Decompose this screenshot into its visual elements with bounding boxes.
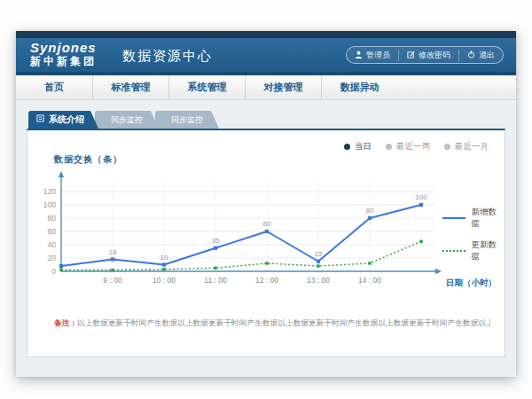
logout-button[interactable]: 退出: [458, 50, 503, 61]
svg-text:10 : 00: 10 : 00: [153, 276, 176, 285]
svg-text:60: 60: [263, 220, 271, 228]
radio-last-week[interactable]: 最近一周: [386, 141, 430, 153]
content-area: 系统介绍 同步监控 同步监控 当日 最近一周: [16, 100, 516, 377]
current-user-label: 管理员: [366, 50, 390, 61]
radio-dot: [386, 144, 392, 150]
nav-item-interface-management[interactable]: 对接管理: [245, 75, 321, 99]
legend-label: 新增数据: [472, 207, 505, 230]
svg-text:40: 40: [48, 240, 57, 249]
svg-text:14 : 00: 14 : 00: [358, 276, 381, 285]
nav-item-data-change[interactable]: 数据异动: [321, 75, 397, 99]
legend-line-swatch: [442, 250, 466, 252]
radio-dot: [444, 144, 450, 150]
radio-label: 当日: [355, 141, 372, 153]
app-window: Synjones 新中新集团 数据资源中心 管理员 修改密码 退出 首页 标准管…: [16, 31, 516, 377]
edit-icon: [407, 51, 415, 60]
nav-item-standard-management[interactable]: 标准管理: [92, 75, 168, 99]
radio-dot: [344, 144, 350, 150]
svg-text:100: 100: [415, 193, 427, 201]
radio-today[interactable]: 当日: [344, 141, 372, 153]
footnote-text: 以上数据更新于时间产生数据以上数据更新于时间产生数据以上数据更新于时间产生数据以…: [77, 318, 490, 327]
svg-text:13 : 00: 13 : 00: [307, 276, 330, 285]
svg-text:日期（小时）: 日期（小时）: [446, 278, 497, 288]
y-axis-title: 数据交换（条）: [54, 153, 122, 166]
change-password-label: 修改密码: [419, 50, 450, 61]
user-toolbar: 管理员 修改密码 退出: [346, 46, 504, 64]
svg-text:12 : 00: 12 : 00: [255, 276, 278, 285]
radio-last-month[interactable]: 最近一月: [444, 141, 489, 153]
svg-text:100: 100: [43, 200, 56, 209]
person-icon: [355, 51, 363, 60]
change-password-button[interactable]: 修改密码: [398, 50, 458, 61]
line-chart: 0204060801001209 : 0010 : 0011 : 0012 : …: [35, 169, 505, 297]
svg-text:120: 120: [43, 187, 56, 196]
tab-label: 系统介绍: [49, 111, 84, 129]
tab-label: 同步监控: [171, 115, 203, 124]
radio-label: 最近一周: [396, 141, 430, 153]
legend-label: 更新数据: [472, 239, 505, 262]
legend-item-update-data[interactable]: 更新数据: [442, 239, 505, 262]
tab-sync-monitor-1[interactable]: 同步监控: [95, 111, 159, 129]
nav-item-home[interactable]: 首页: [16, 75, 92, 99]
time-range-filter: 当日 最近一周 最近一月: [344, 141, 489, 153]
svg-text:35: 35: [212, 237, 220, 245]
power-icon: [467, 51, 475, 60]
header: Synjones 新中新集团 数据资源中心 管理员 修改密码 退出: [16, 38, 516, 72]
page-title: 数据资源中心: [122, 48, 213, 65]
radio-label: 最近一月: [455, 141, 489, 153]
nav-item-system-management[interactable]: 系统管理: [168, 75, 245, 99]
svg-text:80: 80: [366, 207, 374, 215]
svg-text:80: 80: [48, 214, 57, 223]
main-nav: 首页 标准管理 系统管理 对接管理 数据异动: [16, 75, 516, 100]
svg-text:20: 20: [48, 254, 57, 262]
footnote-prefix: 备注：: [54, 318, 77, 327]
svg-text:60: 60: [48, 227, 57, 236]
svg-text:11 : 00: 11 : 00: [204, 276, 227, 285]
tab-bar: 系统介绍 同步监控 同步监控: [28, 111, 505, 129]
chart-panel: 当日 最近一周 最近一月 数据交换（条） 0204060801001209 : …: [27, 129, 505, 357]
svg-text:9 : 00: 9 : 00: [103, 276, 122, 285]
logo-wordmark: Synjones: [30, 41, 97, 56]
svg-text:15: 15: [315, 250, 323, 258]
document-icon: [36, 111, 44, 129]
tab-label: 同步监控: [111, 115, 143, 124]
legend-line-swatch: [442, 217, 466, 219]
tab-system-intro[interactable]: 系统介绍: [28, 111, 98, 129]
footnote: 备注：以上数据更新于时间产生数据以上数据更新于时间产生数据以上数据更新于时间产生…: [54, 318, 490, 329]
logo-company-name: 新中新集团: [30, 56, 97, 67]
logout-label: 退出: [479, 50, 495, 61]
legend-item-new-data[interactable]: 新增数据: [442, 207, 505, 230]
current-user-button[interactable]: 管理员: [347, 50, 398, 61]
chart-legend: 新增数据 更新数据: [442, 207, 505, 262]
svg-text:0: 0: [51, 267, 56, 276]
top-strip: [16, 31, 516, 38]
svg-text:10: 10: [160, 254, 168, 262]
tab-sync-monitor-2[interactable]: 同步监控: [155, 111, 219, 129]
logo[interactable]: Synjones 新中新集团: [30, 41, 97, 67]
svg-text:18: 18: [109, 248, 117, 256]
